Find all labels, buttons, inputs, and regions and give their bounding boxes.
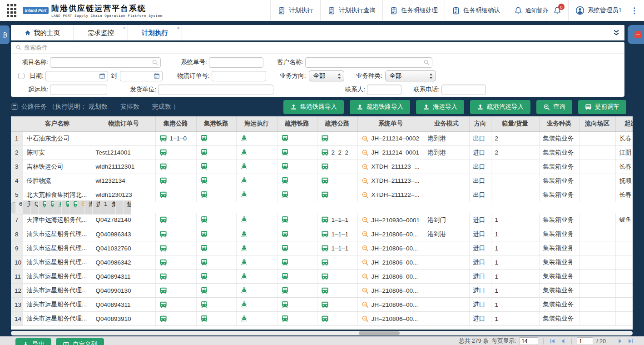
zoom-out-icon[interactable] — [362, 177, 369, 185]
nav-plan-execute-query[interactable]: 计划执行查询 — [320, 0, 382, 21]
ship-icon[interactable] — [58, 200, 62, 208]
origin-input[interactable] — [50, 85, 107, 95]
zoom-out-icon[interactable] — [362, 245, 369, 252]
business-direction-select[interactable]: 全部 — [309, 70, 344, 81]
close-tab-icon[interactable]: × — [177, 25, 180, 30]
bus-icon[interactable] — [159, 135, 167, 142]
ship-icon[interactable] — [240, 301, 248, 309]
table-row[interactable]: 9汕头市运星船务代理...Q0410327601–1–1JH–210806–00… — [11, 241, 633, 255]
train-icon[interactable] — [281, 315, 289, 323]
nav-task-detail-confirm[interactable]: 任务明细确认 — [445, 0, 507, 21]
bus-icon[interactable] — [321, 216, 329, 224]
train-icon[interactable] — [281, 149, 289, 156]
bus-icon[interactable] — [159, 301, 167, 309]
bus-icon[interactable] — [159, 191, 167, 199]
close-tab-icon[interactable]: × — [123, 25, 126, 30]
date-from-input[interactable] — [45, 71, 108, 81]
nav-task-detail-process[interactable]: 任务明细处理 — [382, 0, 445, 21]
import-sea-button[interactable]: 海运导入 — [416, 100, 464, 114]
train-icon[interactable] — [281, 216, 289, 224]
app-grid-icon[interactable] — [7, 4, 16, 17]
ship-icon[interactable] — [240, 287, 248, 295]
scrollbar-thumb[interactable] — [359, 331, 400, 335]
train-icon[interactable] — [200, 230, 208, 238]
prev-page-button[interactable] — [559, 338, 566, 345]
table-row[interactable]: 14汕头市运星船务代理...Q040893910JH–210806–00...进… — [11, 312, 633, 326]
tab-plan-execute[interactable]: 计划执行 × — [128, 25, 182, 40]
business-category-select[interactable]: 全部 — [385, 70, 436, 81]
train-icon[interactable] — [281, 301, 289, 309]
train-icon[interactable] — [281, 259, 289, 266]
bus-icon[interactable] — [321, 259, 329, 266]
zoom-out-icon[interactable] — [362, 301, 369, 308]
customer-name-input[interactable] — [305, 57, 432, 68]
table-row[interactable]: 5北大荒粮食集团河北...wldh1230123XTDH–211122–...出… — [11, 188, 633, 202]
table-row[interactable]: 8汕头市运星船务代理...Q0409863431–1–1JH–210806–00… — [11, 227, 633, 241]
import-delivery-truck-button[interactable]: 疏港汽运导入 — [470, 100, 530, 114]
train-icon[interactable] — [200, 259, 208, 266]
more-menu-icon[interactable]: ⋮ — [629, 0, 644, 21]
ship-icon[interactable] — [240, 315, 248, 323]
zoom-out-icon[interactable] — [362, 315, 369, 322]
page-number-input[interactable] — [577, 337, 593, 345]
ship-icon[interactable] — [240, 163, 248, 170]
per-page-input[interactable] — [519, 337, 538, 345]
zoom-out-icon[interactable] — [362, 135, 369, 142]
train-icon[interactable] — [200, 287, 208, 295]
bus-icon[interactable] — [159, 259, 167, 266]
table-row[interactable]: 7天津中远海运船务代...Q0427821401–1–1JH–210930–00… — [11, 213, 633, 227]
project-name-input[interactable] — [50, 57, 161, 68]
bus-icon[interactable] — [159, 315, 167, 323]
bus-icon[interactable] — [321, 149, 329, 156]
train-icon[interactable] — [281, 287, 289, 295]
bus-icon[interactable] — [159, 177, 167, 185]
ship-icon[interactable] — [240, 259, 248, 266]
train-icon[interactable] — [200, 301, 208, 309]
sidebar-toggle-button[interactable] — [0, 25, 10, 44]
table-row[interactable]: 2陈可安Test12140012–2–2JH–211214–0001港到港进口2… — [11, 145, 633, 160]
zoom-out-icon[interactable] — [362, 149, 369, 156]
train-icon[interactable] — [200, 163, 208, 170]
bus-icon[interactable] — [321, 163, 329, 170]
zoom-out-icon[interactable] — [362, 216, 369, 224]
ship-icon[interactable] — [240, 245, 248, 252]
date-filter-checkbox[interactable] — [18, 73, 25, 79]
bus-icon[interactable] — [73, 200, 77, 208]
floating-tool-button[interactable] — [628, 25, 644, 44]
nav-plan-execute[interactable]: 计划执行 — [270, 0, 320, 21]
train-icon[interactable] — [65, 200, 69, 208]
bus-icon[interactable] — [159, 287, 167, 295]
table-row[interactable]: 13汕头市运星船务代理...Q040894311JH–210806–00...进… — [11, 298, 633, 312]
train-icon[interactable] — [200, 216, 208, 224]
ship-icon[interactable] — [240, 273, 248, 280]
train-icon[interactable] — [281, 273, 289, 280]
system-no-input[interactable] — [209, 57, 263, 68]
query-button[interactable]: 查询 — [536, 100, 572, 114]
bus-icon[interactable] — [321, 287, 329, 295]
train-icon[interactable] — [200, 177, 208, 185]
bus-icon[interactable] — [42, 200, 46, 208]
import-pickup-rail-button[interactable]: 集港铁路导入 — [283, 100, 344, 114]
date-to-input[interactable] — [120, 71, 163, 81]
bus-icon[interactable] — [321, 315, 329, 323]
table-row[interactable]: 10汕头市运星船务代理...Q040986342JH–210806–00...进… — [11, 255, 633, 270]
export-button[interactable]: 导出 — [15, 338, 51, 345]
zoom-out-icon[interactable] — [362, 230, 369, 238]
tab-my-home[interactable]: 我的主页 — [11, 25, 74, 40]
logistics-no-input[interactable] — [212, 71, 266, 81]
ship-icon[interactable] — [240, 177, 248, 185]
train-icon[interactable] — [281, 245, 289, 252]
ship-icon[interactable] — [240, 216, 248, 224]
table-row[interactable]: 11汕头市运星船务代理...Q040894311JH–210806–00...进… — [11, 270, 633, 284]
zoom-out-icon[interactable] — [362, 287, 369, 294]
train-icon[interactable] — [281, 163, 289, 170]
last-page-button[interactable] — [627, 338, 634, 345]
ship-icon[interactable] — [240, 149, 248, 156]
train-icon[interactable] — [281, 177, 289, 185]
bus-icon[interactable] — [321, 135, 329, 142]
bus-icon[interactable] — [321, 177, 329, 185]
table-row[interactable]: 4传胜物流wl1232134XTDH–211123–...出口集装箱业务抚顺 — [11, 174, 633, 188]
bus-icon[interactable] — [159, 245, 167, 252]
zoom-out-icon[interactable] — [362, 273, 369, 280]
train-icon[interactable] — [200, 273, 208, 280]
